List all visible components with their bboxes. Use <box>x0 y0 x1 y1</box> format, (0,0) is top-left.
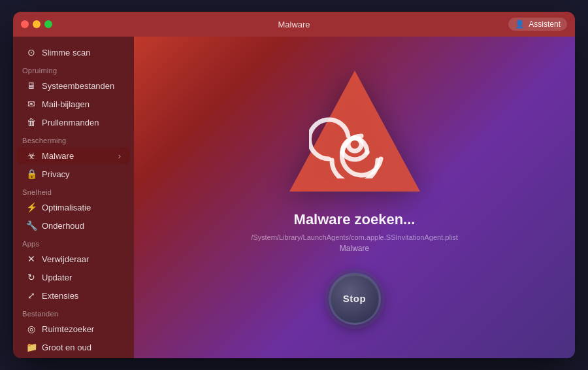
malware-icon: ☣ <box>26 150 37 161</box>
main-area: Malware zoeken... /System/Library/Launch… <box>134 37 575 358</box>
assistant-button[interactable]: 👤 Assistent <box>508 18 567 31</box>
window-title: Malware <box>278 20 310 29</box>
sidebar: ⊙ Slimme scan Opruiming 🖥 Systeembestand… <box>13 37 134 358</box>
sidebar-item-systeembestanden[interactable]: 🖥 Systeembestanden <box>17 77 130 94</box>
sidebar-item-mail-bijlagen[interactable]: ✉ Mail-bijlagen <box>17 95 130 112</box>
sidebar-item-label: Onderhoud <box>42 221 84 231</box>
sidebar-item-malware[interactable]: ☣ Malware <box>17 147 130 164</box>
sidebar-item-groot-en-oud[interactable]: 📁 Groot en oud <box>17 339 130 356</box>
sidebar-item-label: Optimalisatie <box>42 203 91 212</box>
section-label-snelheid: Snelheid <box>13 183 134 198</box>
prullenmanden-icon: 🗑 <box>26 117 37 127</box>
maximize-button[interactable] <box>44 20 52 28</box>
sidebar-item-optimalisatie[interactable]: ⚡ Optimalisatie <box>17 199 130 216</box>
biohazard-symbol <box>309 107 400 178</box>
sidebar-item-label: Ruimtezoeker <box>42 324 94 334</box>
sidebar-item-label: Updater <box>42 273 72 282</box>
titlebar: Malware 👤 Assistent <box>13 12 575 37</box>
sidebar-item-versnipperaar[interactable]: ▤ Versnipperaar <box>17 357 130 358</box>
minimize-button[interactable] <box>33 20 41 28</box>
optimalisatie-icon: ⚡ <box>26 202 37 212</box>
scan-status-title: Malware zoeken... <box>294 211 416 228</box>
assistant-label: Assistent <box>529 20 561 29</box>
main-content: ⊙ Slimme scan Opruiming 🖥 Systeembestand… <box>13 37 575 358</box>
sidebar-item-onderhoud[interactable]: 🔧 Onderhoud <box>17 217 130 234</box>
slimme-scan-icon: ⊙ <box>26 47 37 58</box>
sidebar-item-label: Mail-bijlagen <box>42 99 90 109</box>
sidebar-item-label: Malware <box>42 151 74 161</box>
scan-status-path: /System/Library/LaunchAgents/com.apple.S… <box>251 233 458 241</box>
section-label-bestanden: Bestanden <box>13 305 134 320</box>
ruimtezoeker-icon: ◎ <box>26 324 37 334</box>
privacy-icon: 🔒 <box>26 169 37 179</box>
sidebar-item-privacy[interactable]: 🔒 Privacy <box>17 165 130 182</box>
scan-status-category: Malware <box>340 244 369 253</box>
groot-en-oud-icon: 📁 <box>26 342 37 352</box>
sidebar-item-label: Verwijderaar <box>42 254 89 264</box>
section-label-bescherming: Bescherming <box>13 131 134 146</box>
verwijderaar-icon: ✕ <box>26 254 37 264</box>
sidebar-item-label: Privacy <box>42 169 70 179</box>
sidebar-item-slimme-scan[interactable]: ⊙ Slimme scan <box>17 44 130 61</box>
stop-button-container: Stop <box>329 273 381 325</box>
sidebar-item-extensies[interactable]: ⤢ Extensies <box>17 287 130 304</box>
sidebar-item-updater[interactable]: ↻ Updater <box>17 269 130 286</box>
stop-button[interactable]: Stop <box>329 273 381 325</box>
section-label-apps: Apps <box>13 235 134 250</box>
close-button[interactable] <box>21 20 29 28</box>
sidebar-item-label: Groot en oud <box>42 343 91 352</box>
extensies-icon: ⤢ <box>26 290 37 301</box>
sidebar-item-label: Extensies <box>42 291 78 301</box>
traffic-lights <box>21 20 52 28</box>
sidebar-item-label: Systeembestanden <box>42 81 114 91</box>
sidebar-item-prullenmanden[interactable]: 🗑 Prullenmanden <box>17 114 130 131</box>
app-window: Malware 👤 Assistent ⊙ Slimme scan Opruim… <box>13 12 575 358</box>
updater-icon: ↻ <box>26 272 37 282</box>
systeembestanden-icon: 🖥 <box>26 80 37 91</box>
biohazard-icon-container <box>289 71 420 195</box>
sidebar-item-ruimtezoeker[interactable]: ◎ Ruimtezoeker <box>17 320 130 337</box>
section-label-opruiming: Opruiming <box>13 61 134 76</box>
sidebar-item-verwijderaar[interactable]: ✕ Verwijderaar <box>17 250 130 267</box>
mail-bijlagen-icon: ✉ <box>26 99 37 109</box>
assistant-icon: 👤 <box>515 20 525 29</box>
sidebar-item-label: Slimme scan <box>42 48 90 58</box>
sidebar-item-label: Prullenmanden <box>42 118 99 127</box>
onderhoud-icon: 🔧 <box>26 220 37 231</box>
